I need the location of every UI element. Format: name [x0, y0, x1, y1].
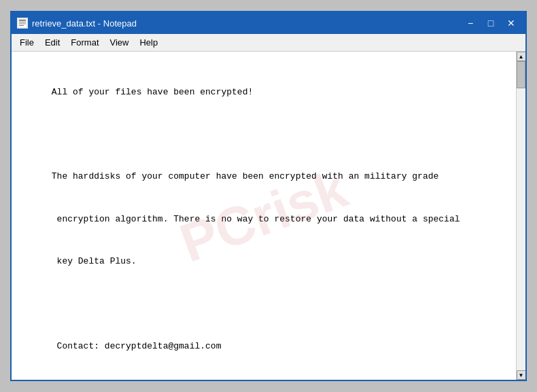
menu-view[interactable]: View [105, 35, 135, 50]
notepad-window: retrieve_data.txt - Notepad − □ ✕ File E… [10, 11, 527, 381]
window-controls: − □ ✕ [462, 16, 520, 30]
svg-rect-3 [19, 24, 26, 24]
menu-format[interactable]: Format [65, 35, 104, 50]
text-line-7: Contact: decryptdelta@gmail.com [52, 341, 222, 351]
title-bar: retrieve_data.txt - Notepad − □ ✕ [12, 12, 525, 34]
menu-help[interactable]: Help [134, 35, 163, 50]
text-line-3: The harddisks of your computer have been… [52, 171, 439, 181]
menu-bar: File Edit Format View Help [12, 34, 525, 52]
minimize-button[interactable]: − [462, 16, 479, 30]
close-button[interactable]: ✕ [502, 16, 520, 30]
window-title: retrieve_data.txt - Notepad [32, 18, 137, 29]
svg-rect-2 [19, 22, 26, 22]
scrollbar-down-button[interactable]: ▼ [517, 370, 526, 380]
content-area: PCrisk All of your files have been encry… [12, 52, 525, 380]
text-line-5: key Delta Plus. [52, 256, 137, 266]
svg-rect-4 [19, 25, 24, 26]
text-line-4: encryption algorithm. There is no way to… [52, 214, 460, 224]
text-editor[interactable]: PCrisk All of your files have been encry… [12, 52, 516, 380]
text-line-1: All of your files have been encrypted! [52, 87, 253, 97]
title-bar-left: retrieve_data.txt - Notepad [17, 18, 137, 29]
scrollbar-thumb[interactable] [517, 61, 525, 88]
notepad-icon [17, 18, 28, 29]
menu-file[interactable]: File [14, 35, 39, 50]
menu-edit[interactable]: Edit [39, 35, 65, 50]
scrollbar-up-button[interactable]: ▲ [517, 52, 526, 61]
svg-rect-1 [19, 20, 26, 21]
scrollbar[interactable]: ▲ ▼ [516, 52, 525, 380]
scrollbar-track[interactable] [517, 61, 525, 370]
maximize-button[interactable]: □ [482, 16, 500, 30]
